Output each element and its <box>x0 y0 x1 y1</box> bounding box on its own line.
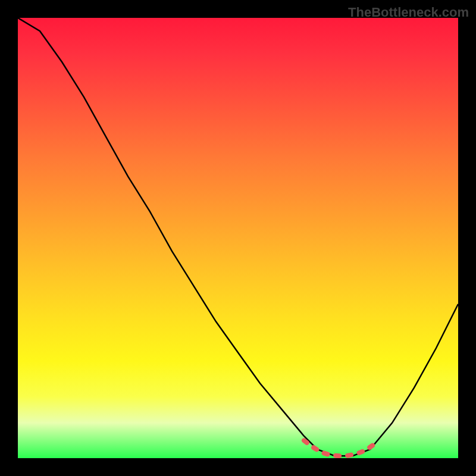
bottleneck-curve-line <box>18 18 458 456</box>
chart-plot-area <box>18 18 458 458</box>
chart-svg <box>18 18 458 458</box>
valley-highlight-line <box>304 440 374 456</box>
watermark-text: TheBottleneck.com <box>348 5 469 20</box>
